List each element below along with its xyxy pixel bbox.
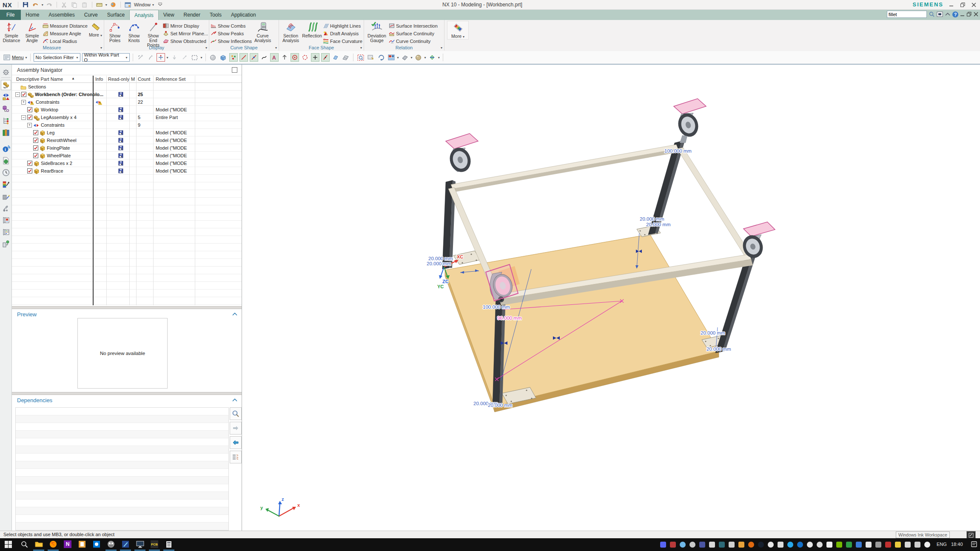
- drag-ghost-icon[interactable]: [170, 53, 179, 62]
- tree-row-fixingplate[interactable]: FixingPlate Model ("MODE: [12, 144, 242, 152]
- face-curvature-button[interactable]: Face Curvature: [323, 38, 362, 44]
- tray-monitor-icon[interactable]: [875, 542, 881, 548]
- pen-tool-app-icon[interactable]: [120, 540, 131, 549]
- tray-defender-icon[interactable]: [895, 542, 901, 548]
- office-app-icon[interactable]: [77, 540, 88, 549]
- command-finder-window-icon[interactable]: [937, 11, 943, 17]
- tray-screen-capture-icon[interactable]: [689, 542, 695, 548]
- snap-caret-icon[interactable]: ▾: [167, 56, 168, 60]
- tree-row-rearbrace[interactable]: RearBrace Model ("MODE: [12, 167, 242, 175]
- show-peaks-button[interactable]: Show Peaks: [211, 30, 252, 37]
- panel-undock-button[interactable]: [232, 67, 237, 73]
- tray-update-icon[interactable]: [748, 542, 754, 548]
- render-style-caret-icon[interactable]: ▾: [411, 56, 413, 60]
- caster-back-left[interactable]: [446, 133, 478, 175]
- measure-more-button[interactable]: More ▾: [88, 21, 103, 38]
- column-count[interactable]: Count: [138, 77, 150, 82]
- tray-spreadsheet-icon[interactable]: [846, 542, 852, 548]
- show-inflections-button[interactable]: Show Inflections: [211, 38, 252, 44]
- shaded-sphere-icon[interactable]: [209, 53, 217, 62]
- checkbox-checked[interactable]: [33, 138, 38, 143]
- snap-auto-toggle[interactable]: A: [270, 53, 279, 62]
- tree-row-sidebraces[interactable]: SideBraces x 2 Model ("MODE: [12, 159, 242, 167]
- expand-icon[interactable]: +: [27, 123, 32, 128]
- simple-angle-button[interactable]: Simple Angle: [22, 21, 43, 43]
- measure-tool-button[interactable]: [95, 1, 104, 9]
- tray-onedrive-icon[interactable]: [797, 542, 803, 548]
- curve-continuity-button[interactable]: Curve Continuity: [389, 38, 438, 44]
- snap-point-on-face-toggle[interactable]: [331, 53, 340, 62]
- window-layout-button[interactable]: [387, 53, 396, 62]
- undo-dropdown-caret-icon[interactable]: ▾: [42, 3, 43, 7]
- tab-render[interactable]: Render: [179, 10, 205, 20]
- restore-document-icon[interactable]: [967, 12, 971, 17]
- snap-arc-center-toggle[interactable]: [291, 53, 299, 62]
- tray-nvidia-icon[interactable]: [836, 542, 842, 548]
- window-layers-tab[interactable]: [1, 227, 11, 237]
- window-menu[interactable]: Window: [134, 2, 151, 7]
- notification-center-button[interactable]: [969, 540, 980, 549]
- minimize-window-button[interactable]: [946, 1, 957, 9]
- tray-gforce-icon[interactable]: [768, 542, 774, 548]
- highlight-lines-button[interactable]: Highlight Lines: [323, 23, 362, 29]
- surface-intersection-button[interactable]: Surface Intersection: [389, 23, 438, 29]
- checkbox-checked[interactable]: [33, 145, 38, 151]
- checkbox-checked[interactable]: [21, 92, 26, 97]
- tab-application[interactable]: Application: [226, 10, 261, 20]
- tray-key-icon[interactable]: [738, 542, 744, 548]
- preview-collapse-icon[interactable]: [232, 312, 237, 316]
- group-dialog-caret-icon[interactable]: ▾: [275, 46, 277, 50]
- minimize-ribbon-icon[interactable]: [156, 1, 164, 9]
- touch-panel-tab[interactable]: [1, 239, 11, 249]
- expand-icon[interactable]: +: [21, 100, 26, 105]
- group-dialog-caret-icon[interactable]: ▾: [441, 46, 442, 50]
- tree-row-legassembly[interactable]: − LegAssembly x 4 5 Entire Part: [12, 114, 242, 121]
- tree-row-worktop[interactable]: Worktop Model ("MODE: [12, 106, 242, 114]
- tray-circuit-icon[interactable]: [856, 542, 862, 548]
- column-ref[interactable]: Reference Set: [156, 77, 185, 82]
- panel-splitter[interactable]: [12, 306, 242, 309]
- tray-resolve-icon[interactable]: [778, 542, 783, 548]
- fit-view-button[interactable]: [356, 53, 365, 62]
- tree-row-constraints[interactable]: + Constraints 22: [12, 98, 242, 106]
- checkbox-checked[interactable]: [27, 161, 32, 166]
- tab-file[interactable]: File: [0, 10, 21, 20]
- hd3d-tools-tab[interactable]: i: [1, 144, 11, 154]
- tab-curve[interactable]: Curve: [80, 10, 103, 20]
- panel-splitter[interactable]: [12, 392, 242, 395]
- assembly-navigator-tab[interactable]: [1, 80, 11, 90]
- background-sphere-button[interactable]: [414, 53, 423, 62]
- paste-button[interactable]: [80, 1, 89, 9]
- clip-section-button[interactable]: [428, 53, 436, 62]
- rail-right[interactable]: [677, 148, 751, 257]
- cut-button[interactable]: [60, 1, 68, 9]
- settings-app-icon[interactable]: [91, 540, 102, 549]
- local-radius-button[interactable]: Local Radius: [43, 38, 88, 44]
- rotate-view-button[interactable]: [377, 53, 385, 62]
- tray-skype-icon[interactable]: [787, 542, 793, 548]
- background-caret-icon[interactable]: ▾: [424, 56, 426, 60]
- show-poles-button[interactable]: Show Poles: [105, 21, 124, 43]
- ribbon-more-button[interactable]: More ▾: [447, 21, 469, 40]
- dependencies-list[interactable]: [15, 407, 229, 531]
- group-dialog-caret-icon[interactable]: ▾: [360, 46, 362, 50]
- dependencies-back-button[interactable]: [230, 436, 242, 449]
- checkbox-checked[interactable]: [27, 168, 32, 173]
- product-outline-tab[interactable]: [1, 116, 11, 126]
- onenote-icon[interactable]: N: [62, 540, 73, 549]
- process-studio-tab[interactable]: [1, 179, 11, 190]
- tab-home[interactable]: Home: [21, 10, 44, 20]
- checkbox-checked[interactable]: [27, 115, 32, 120]
- dependencies-forward-button[interactable]: [230, 422, 242, 435]
- tray-audio-icon[interactable]: [885, 542, 891, 548]
- curve-analysis-button[interactable]: Curve Analysis: [252, 21, 273, 43]
- tray-cpu-icon[interactable]: [719, 542, 725, 548]
- roles-gear-icon[interactable]: [1, 67, 11, 77]
- measure-angle-button[interactable]: Measure Angle: [43, 30, 88, 37]
- section-analysis-button[interactable]: Section Analysis: [280, 21, 301, 43]
- draft-analysis-button[interactable]: Draft Analysis: [323, 30, 362, 37]
- selection-scope-dropdown[interactable]: Within Work Part O▾: [82, 53, 130, 62]
- menu-caret-icon[interactable]: ▾: [26, 56, 27, 60]
- snap-perpendicular-toggle[interactable]: [280, 53, 289, 62]
- tray-mail-icon[interactable]: [709, 542, 715, 548]
